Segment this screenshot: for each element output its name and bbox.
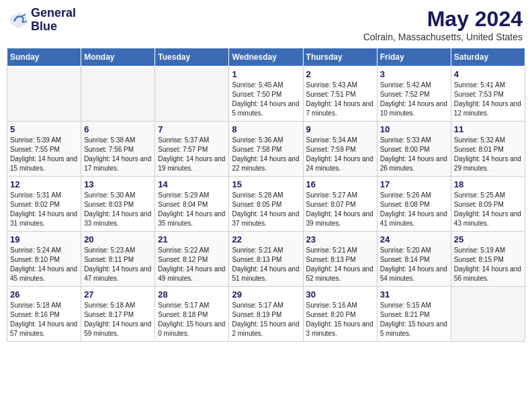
day-number: 20: [84, 234, 152, 244]
month-year: May 2024: [363, 7, 523, 32]
day-info: Sunrise: 5:15 AM Sunset: 8:21 PM Dayligh…: [380, 301, 448, 338]
day-number: 24: [380, 234, 448, 244]
day-number: 16: [306, 179, 374, 189]
calendar-cell: 5Sunrise: 5:39 AM Sunset: 7:55 PM Daylig…: [7, 122, 81, 177]
calendar-week-row: 5Sunrise: 5:39 AM Sunset: 7:55 PM Daylig…: [7, 122, 525, 177]
calendar-cell: 20Sunrise: 5:23 AM Sunset: 8:11 PM Dayli…: [81, 232, 155, 287]
day-info: Sunrise: 5:22 AM Sunset: 8:12 PM Dayligh…: [158, 246, 226, 283]
weekday-header: Saturday: [451, 48, 525, 66]
day-number: 29: [232, 289, 300, 300]
calendar-cell: 2Sunrise: 5:43 AM Sunset: 7:51 PM Daylig…: [303, 66, 377, 122]
calendar-cell: 17Sunrise: 5:26 AM Sunset: 8:08 PM Dayli…: [377, 177, 451, 232]
calendar-cell: 28Sunrise: 5:17 AM Sunset: 8:18 PM Dayli…: [155, 287, 229, 342]
calendar-cell: 29Sunrise: 5:17 AM Sunset: 8:19 PM Dayli…: [229, 287, 303, 342]
day-info: Sunrise: 5:16 AM Sunset: 8:20 PM Dayligh…: [306, 301, 374, 338]
day-number: 30: [306, 289, 374, 300]
day-info: Sunrise: 5:20 AM Sunset: 8:14 PM Dayligh…: [380, 246, 448, 283]
day-number: 18: [454, 179, 522, 189]
day-info: Sunrise: 5:27 AM Sunset: 8:07 PM Dayligh…: [306, 191, 374, 228]
day-number: 5: [10, 124, 78, 134]
day-number: 9: [306, 124, 374, 134]
calendar-cell: 10Sunrise: 5:33 AM Sunset: 8:00 PM Dayli…: [377, 122, 451, 177]
calendar-cell: 15Sunrise: 5:28 AM Sunset: 8:05 PM Dayli…: [229, 177, 303, 232]
day-info: Sunrise: 5:30 AM Sunset: 8:03 PM Dayligh…: [84, 191, 152, 228]
day-info: Sunrise: 5:23 AM Sunset: 8:11 PM Dayligh…: [84, 246, 152, 283]
calendar-cell: 7Sunrise: 5:37 AM Sunset: 7:57 PM Daylig…: [155, 122, 229, 177]
day-info: Sunrise: 5:45 AM Sunset: 7:50 PM Dayligh…: [232, 81, 300, 118]
page-header: General Blue May 2024 Colrain, Massachus…: [7, 7, 525, 42]
calendar-cell: [451, 287, 525, 342]
weekday-header: Thursday: [303, 48, 377, 66]
calendar-week-row: 19Sunrise: 5:24 AM Sunset: 8:10 PM Dayli…: [7, 232, 525, 287]
day-info: Sunrise: 5:21 AM Sunset: 8:13 PM Dayligh…: [232, 246, 300, 283]
calendar-week-row: 26Sunrise: 5:18 AM Sunset: 8:16 PM Dayli…: [7, 287, 525, 342]
day-info: Sunrise: 5:17 AM Sunset: 8:19 PM Dayligh…: [232, 301, 300, 338]
day-info: Sunrise: 5:38 AM Sunset: 7:56 PM Dayligh…: [84, 136, 152, 173]
calendar-week-row: 1Sunrise: 5:45 AM Sunset: 7:50 PM Daylig…: [7, 66, 525, 122]
day-number: 21: [158, 234, 226, 244]
calendar-cell: [81, 66, 155, 122]
weekday-header: Tuesday: [155, 48, 229, 66]
calendar-week-row: 12Sunrise: 5:31 AM Sunset: 8:02 PM Dayli…: [7, 177, 525, 232]
day-number: 1: [232, 69, 300, 79]
calendar-cell: [155, 66, 229, 122]
calendar-table: SundayMondayTuesdayWednesdayThursdayFrid…: [7, 48, 525, 342]
day-info: Sunrise: 5:41 AM Sunset: 7:53 PM Dayligh…: [454, 81, 522, 118]
day-info: Sunrise: 5:28 AM Sunset: 8:05 PM Dayligh…: [232, 191, 300, 228]
day-info: Sunrise: 5:24 AM Sunset: 8:10 PM Dayligh…: [10, 246, 78, 283]
calendar-cell: 24Sunrise: 5:20 AM Sunset: 8:14 PM Dayli…: [377, 232, 451, 287]
logo: General Blue: [9, 7, 76, 34]
day-info: Sunrise: 5:32 AM Sunset: 8:01 PM Dayligh…: [454, 136, 522, 173]
calendar-cell: 26Sunrise: 5:18 AM Sunset: 8:16 PM Dayli…: [7, 287, 81, 342]
day-number: 13: [84, 179, 152, 189]
day-info: Sunrise: 5:31 AM Sunset: 8:02 PM Dayligh…: [10, 191, 78, 228]
logo-text: General Blue: [31, 7, 76, 34]
calendar-cell: 14Sunrise: 5:29 AM Sunset: 8:04 PM Dayli…: [155, 177, 229, 232]
day-info: Sunrise: 5:43 AM Sunset: 7:51 PM Dayligh…: [306, 81, 374, 118]
calendar-cell: 9Sunrise: 5:34 AM Sunset: 7:59 PM Daylig…: [303, 122, 377, 177]
day-info: Sunrise: 5:19 AM Sunset: 8:15 PM Dayligh…: [454, 246, 522, 283]
calendar-cell: 1Sunrise: 5:45 AM Sunset: 7:50 PM Daylig…: [229, 66, 303, 122]
calendar-cell: 3Sunrise: 5:42 AM Sunset: 7:52 PM Daylig…: [377, 66, 451, 122]
calendar-cell: 30Sunrise: 5:16 AM Sunset: 8:20 PM Dayli…: [303, 287, 377, 342]
day-number: 7: [158, 124, 226, 134]
calendar-cell: 18Sunrise: 5:25 AM Sunset: 8:09 PM Dayli…: [451, 177, 525, 232]
weekday-header: Wednesday: [229, 48, 303, 66]
day-number: 28: [158, 289, 226, 300]
calendar-cell: 27Sunrise: 5:18 AM Sunset: 8:17 PM Dayli…: [81, 287, 155, 342]
day-number: 3: [380, 69, 448, 79]
day-info: Sunrise: 5:36 AM Sunset: 7:58 PM Dayligh…: [232, 136, 300, 173]
calendar-cell: 13Sunrise: 5:30 AM Sunset: 8:03 PM Dayli…: [81, 177, 155, 232]
location: Colrain, Massachusetts, United States: [363, 32, 523, 42]
day-number: 17: [380, 179, 448, 189]
day-number: 4: [454, 69, 522, 79]
weekday-header: Monday: [81, 48, 155, 66]
weekday-header-row: SundayMondayTuesdayWednesdayThursdayFrid…: [7, 48, 525, 66]
day-info: Sunrise: 5:37 AM Sunset: 7:57 PM Dayligh…: [158, 136, 226, 173]
calendar-cell: 19Sunrise: 5:24 AM Sunset: 8:10 PM Dayli…: [7, 232, 81, 287]
day-number: 15: [232, 179, 300, 189]
calendar-cell: 6Sunrise: 5:38 AM Sunset: 7:56 PM Daylig…: [81, 122, 155, 177]
calendar-cell: 23Sunrise: 5:21 AM Sunset: 8:13 PM Dayli…: [303, 232, 377, 287]
day-info: Sunrise: 5:39 AM Sunset: 7:55 PM Dayligh…: [10, 136, 78, 173]
logo-line1: General: [31, 7, 76, 20]
day-number: 8: [232, 124, 300, 134]
day-info: Sunrise: 5:26 AM Sunset: 8:08 PM Dayligh…: [380, 191, 448, 228]
day-number: 14: [158, 179, 226, 189]
logo-icon: [9, 11, 28, 30]
calendar-cell: 8Sunrise: 5:36 AM Sunset: 7:58 PM Daylig…: [229, 122, 303, 177]
day-number: 23: [306, 234, 374, 244]
day-info: Sunrise: 5:21 AM Sunset: 8:13 PM Dayligh…: [306, 246, 374, 283]
title-block: May 2024 Colrain, Massachusetts, United …: [363, 7, 523, 42]
day-number: 10: [380, 124, 448, 134]
day-number: 25: [454, 234, 522, 244]
calendar-cell: 11Sunrise: 5:32 AM Sunset: 8:01 PM Dayli…: [451, 122, 525, 177]
day-info: Sunrise: 5:29 AM Sunset: 8:04 PM Dayligh…: [158, 191, 226, 228]
calendar-cell: 16Sunrise: 5:27 AM Sunset: 8:07 PM Dayli…: [303, 177, 377, 232]
day-info: Sunrise: 5:18 AM Sunset: 8:17 PM Dayligh…: [84, 301, 152, 338]
calendar-cell: 31Sunrise: 5:15 AM Sunset: 8:21 PM Dayli…: [377, 287, 451, 342]
day-info: Sunrise: 5:18 AM Sunset: 8:16 PM Dayligh…: [10, 301, 78, 338]
day-number: 31: [380, 289, 448, 300]
day-info: Sunrise: 5:34 AM Sunset: 7:59 PM Dayligh…: [306, 136, 374, 173]
calendar-cell: 4Sunrise: 5:41 AM Sunset: 7:53 PM Daylig…: [451, 66, 525, 122]
